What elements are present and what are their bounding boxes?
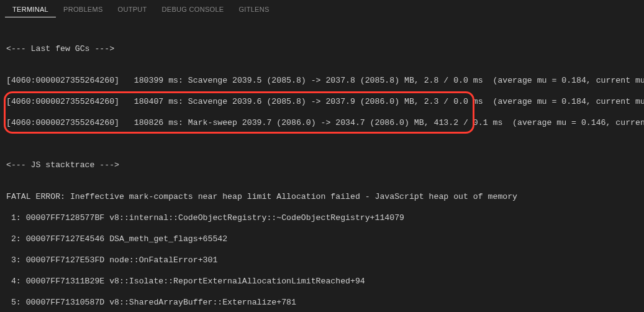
- terminal-line: [4060:0000027355264260] 180407 ms: Scave…: [6, 96, 638, 107]
- terminal-line: 5: 00007FF71310587D v8::SharedArrayBuffe…: [6, 297, 638, 308]
- terminal-line: 3: 00007FF7127E53FD node::OnFatalError+3…: [6, 255, 638, 265]
- terminal-line: [4060:0000027355264260] 180399 ms: Scave…: [6, 75, 638, 86]
- terminal-line: <--- JS stacktrace --->: [6, 160, 638, 170]
- tab-debug-console[interactable]: DEBUG CONSOLE: [155, 1, 232, 17]
- panel-tabs: TERMINAL PROBLEMS OUTPUT DEBUG CONSOLE G…: [0, 0, 644, 19]
- terminal-line: 1: 00007FF7128577BF v8::internal::CodeOb…: [6, 213, 638, 223]
- terminal-line-fatal-error: FATAL ERROR: Ineffective mark-compacts n…: [6, 191, 638, 202]
- tab-gitlens[interactable]: GITLENS: [231, 1, 276, 17]
- terminal-line: <--- Last few GCs --->: [6, 44, 638, 54]
- tab-output[interactable]: OUTPUT: [111, 1, 155, 17]
- terminal-line: 2: 00007FF7127E4546 DSA_meth_get_flags+6…: [6, 234, 638, 244]
- tab-problems[interactable]: PROBLEMS: [56, 1, 111, 17]
- terminal-line: 4: 00007FF71311B29E v8::Isolate::ReportE…: [6, 276, 638, 287]
- terminal-line: [4060:0000027355264260] 180826 ms: Mark-…: [6, 117, 638, 128]
- terminal-output[interactable]: <--- Last few GCs ---> [4060:00000273552…: [0, 19, 644, 312]
- tab-terminal[interactable]: TERMINAL: [5, 1, 56, 17]
